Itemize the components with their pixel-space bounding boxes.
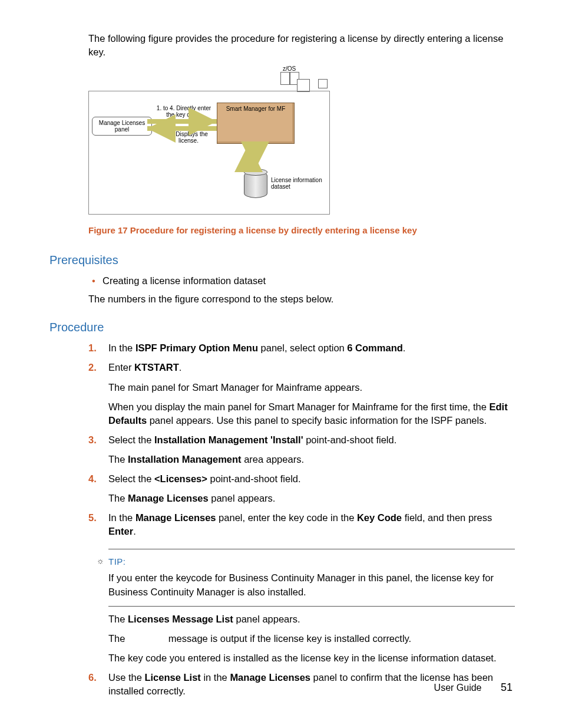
step-5-result-3: The key code you entered is installed as… (108, 651, 515, 665)
figure-caption: Figure 17 Procedure for registering a li… (88, 224, 515, 236)
step-2: Enter KTSTART. The main panel for Smart … (88, 361, 515, 427)
procedure-heading: Procedure (49, 319, 515, 335)
footer-label: User Guide (434, 683, 482, 693)
figure-diagram: z/OS Manage Licenses panel 1. to 4. Dire… (88, 65, 329, 216)
step-5: In the Manage Licenses panel, enter the … (88, 511, 515, 665)
prereq-note: The numbers in the figure correspond to … (88, 292, 515, 306)
prerequisites-heading: Prerequisites (49, 252, 515, 268)
tip-label: TIP: (108, 555, 515, 568)
step-3-result: The Installation Management area appears… (108, 453, 515, 466)
tip-body: If you enter the keycode for Business Co… (108, 571, 515, 598)
prereq-item: Creating a license information dataset (92, 274, 515, 288)
step-1: In the ISPF Primary Option Menu panel, s… (88, 341, 515, 355)
page-footer: User Guide 51 (434, 680, 513, 695)
step-2-note: When you display the main panel for Smar… (108, 400, 515, 427)
step-4-result: The Manage Licenses panel appears. (108, 492, 515, 505)
step-3: Select the Installation Management 'Inst… (88, 433, 515, 466)
lightbulb-icon: ☼ (97, 555, 104, 567)
intro-text: The following figure provides the proced… (88, 32, 515, 59)
tip-box: ☼ TIP: If you enter the keycode for Busi… (108, 549, 515, 606)
step-5-result-2: The message is output if the license key… (108, 632, 515, 645)
diagram-arrows (88, 65, 329, 216)
step-2-result: The main panel for Smart Manager for Mai… (108, 381, 515, 394)
step-4: Select the <Licenses> point-and-shoot fi… (88, 472, 515, 505)
step-5-result-1: The Licenses Message List panel appears. (108, 612, 515, 626)
page-number: 51 (501, 681, 513, 693)
